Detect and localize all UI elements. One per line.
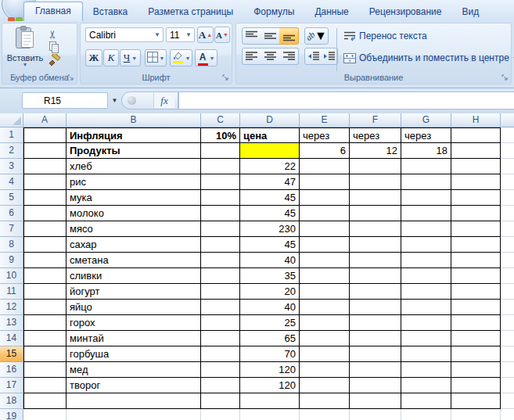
- cell-G19[interactable]: [401, 409, 451, 420]
- cell-B15[interactable]: горбуша: [66, 346, 201, 362]
- row-header-1[interactable]: 1: [0, 127, 23, 143]
- cell-H14[interactable]: [451, 331, 501, 346]
- cell-partial-14[interactable]: [501, 331, 514, 346]
- orientation-button[interactable]: ab ▼: [304, 27, 329, 45]
- cell-F18[interactable]: [350, 393, 401, 409]
- cell-C7[interactable]: [201, 221, 240, 237]
- align-right-button[interactable]: [279, 48, 299, 65]
- cell-E10[interactable]: [300, 268, 350, 284]
- cell-A10[interactable]: [23, 268, 66, 284]
- underline-button[interactable]: Ч ▼: [120, 49, 141, 66]
- cell-partial-13[interactable]: [501, 315, 514, 331]
- cell-E12[interactable]: [300, 300, 350, 315]
- cell-E2[interactable]: 6: [300, 143, 350, 159]
- cell-G11[interactable]: [401, 284, 451, 300]
- cell-F11[interactable]: [350, 284, 401, 300]
- cell-G2[interactable]: 18: [401, 143, 451, 159]
- cell-G15[interactable]: [401, 346, 451, 362]
- row-header-2[interactable]: 2: [0, 143, 23, 159]
- fill-color-button[interactable]: ▼: [170, 49, 192, 66]
- cell-H6[interactable]: [451, 206, 501, 221]
- cell-C11[interactable]: [201, 284, 240, 300]
- align-left-button[interactable]: [242, 48, 261, 65]
- row-header-14[interactable]: 14: [0, 331, 23, 346]
- cell-H2[interactable]: [451, 143, 501, 159]
- row-header-17[interactable]: 17: [0, 378, 23, 393]
- cell-partial-11[interactable]: [501, 284, 514, 300]
- cell-partial-2[interactable]: [501, 143, 514, 159]
- format-painter-button[interactable]: [48, 56, 73, 69]
- cell-F15[interactable]: [350, 346, 401, 362]
- bold-button[interactable]: Ж: [85, 49, 102, 66]
- cell-A6[interactable]: [23, 206, 66, 221]
- cell-G6[interactable]: [401, 206, 451, 221]
- cell-G3[interactable]: [401, 159, 451, 174]
- col-header-C[interactable]: C: [201, 113, 240, 127]
- cell-B16[interactable]: мед: [66, 362, 201, 378]
- cell-F8[interactable]: [350, 237, 401, 253]
- cell-G4[interactable]: [401, 174, 451, 190]
- cell-D7[interactable]: 230: [240, 221, 300, 237]
- grow-font-button[interactable]: A ▲: [197, 27, 214, 43]
- cell-A18[interactable]: [23, 393, 66, 409]
- cell-C17[interactable]: [201, 378, 240, 393]
- cell-E15[interactable]: [300, 346, 350, 362]
- cell-D17[interactable]: 120: [240, 378, 300, 393]
- cell-E4[interactable]: [300, 174, 350, 190]
- tab-insert[interactable]: Вставка: [83, 3, 138, 21]
- cell-B19[interactable]: [66, 409, 201, 420]
- cell-partial-6[interactable]: [501, 206, 514, 221]
- row-header-7[interactable]: 7: [0, 221, 23, 237]
- font-dialog-launcher[interactable]: [221, 73, 230, 82]
- cell-D16[interactable]: 120: [240, 362, 300, 378]
- cell-H3[interactable]: [451, 159, 501, 174]
- cell-B6[interactable]: молоко: [66, 206, 201, 221]
- cell-H12[interactable]: [451, 300, 501, 315]
- cell-C8[interactable]: [201, 237, 240, 253]
- cell-B13[interactable]: горох: [66, 315, 201, 331]
- cell-E3[interactable]: [300, 159, 350, 174]
- cell-C10[interactable]: [201, 268, 240, 284]
- cell-D4[interactable]: 47: [240, 174, 300, 190]
- font-size-combo[interactable]: 11 ▼: [166, 27, 195, 42]
- cell-H15[interactable]: [451, 346, 501, 362]
- decrease-indent-button[interactable]: [304, 48, 322, 65]
- row-header-11[interactable]: 11: [0, 284, 23, 300]
- cell-H4[interactable]: [451, 174, 501, 190]
- cell-C3[interactable]: [201, 159, 240, 174]
- cell-E17[interactable]: [300, 378, 350, 393]
- cell-G16[interactable]: [401, 362, 451, 378]
- align-bottom-button[interactable]: [279, 27, 299, 45]
- cell-F6[interactable]: [350, 206, 401, 221]
- cell-E18[interactable]: [300, 393, 350, 409]
- cell-H1[interactable]: [451, 127, 501, 143]
- font-color-button[interactable]: А ▼: [195, 49, 217, 66]
- cell-partial-17[interactable]: [501, 378, 514, 393]
- cell-H18[interactable]: [451, 393, 501, 409]
- formula-input[interactable]: [178, 92, 514, 109]
- cell-H8[interactable]: [451, 237, 501, 253]
- cell-E6[interactable]: [300, 206, 350, 221]
- cell-D5[interactable]: 45: [240, 190, 300, 206]
- cell-H16[interactable]: [451, 362, 501, 378]
- cell-A5[interactable]: [23, 190, 66, 206]
- merge-center-button[interactable]: a Объединить и поместить в центре ▼: [343, 52, 514, 63]
- cell-F7[interactable]: [350, 221, 401, 237]
- cell-D19[interactable]: [240, 409, 300, 420]
- cell-C13[interactable]: [201, 315, 240, 331]
- alignment-dialog-launcher[interactable]: [500, 73, 509, 82]
- cell-partial-8[interactable]: [501, 237, 514, 253]
- cell-E16[interactable]: [300, 362, 350, 378]
- col-header-G[interactable]: G: [401, 113, 451, 127]
- tab-home[interactable]: Главная: [23, 2, 83, 21]
- cell-D15[interactable]: 70: [240, 346, 300, 362]
- tab-formulas[interactable]: Формулы: [243, 3, 304, 21]
- row-header-5[interactable]: 5: [0, 190, 23, 206]
- cell-H5[interactable]: [451, 190, 501, 206]
- row-header-3[interactable]: 3: [0, 159, 23, 174]
- cell-F3[interactable]: [350, 159, 401, 174]
- row-header-12[interactable]: 12: [0, 300, 23, 315]
- col-header-D[interactable]: D: [240, 113, 300, 127]
- cell-E14[interactable]: [300, 331, 350, 346]
- cell-C18[interactable]: [201, 393, 240, 409]
